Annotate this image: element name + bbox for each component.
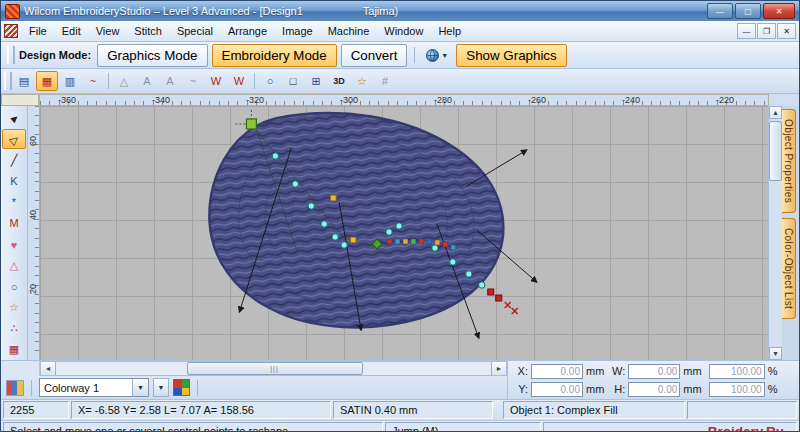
embroidery-object[interactable] xyxy=(209,113,503,327)
colorway-dropdown-icon[interactable]: ▼ xyxy=(132,379,148,396)
run-tool[interactable]: M xyxy=(2,213,26,233)
menu-special[interactable]: Special xyxy=(170,23,220,39)
canvas[interactable] xyxy=(40,106,768,360)
horizontal-scroll-track[interactable]: ||| xyxy=(56,362,491,375)
rect-digitize-icon[interactable]: □ xyxy=(282,71,304,91)
w-label: W: xyxy=(611,365,625,377)
star-effect-icon[interactable]: ☆ xyxy=(351,71,373,91)
x-label: X: xyxy=(514,365,528,377)
ruler-label: 40 xyxy=(28,206,38,224)
horizontal-scroll-thumb[interactable]: ||| xyxy=(187,362,363,375)
mdi-restore-button[interactable]: ❐ xyxy=(757,23,776,39)
show-graphics-button[interactable]: Show Graphics xyxy=(456,44,566,67)
transform-panel: X: mm W: mm % Y: mm H: mm % xyxy=(507,361,799,399)
ruler-corner xyxy=(1,94,39,106)
height-input[interactable] xyxy=(628,382,680,397)
window-title: Wilcom EmbroideryStudio – Level 3 Advanc… xyxy=(24,5,303,17)
mdi-close-button[interactable]: ✕ xyxy=(777,23,796,39)
percent-unit: % xyxy=(768,365,778,377)
ruler-label: -260 xyxy=(528,95,546,105)
tab-object-properties[interactable]: Object Properties xyxy=(782,109,796,213)
palette-icon[interactable] xyxy=(173,379,190,396)
scroll-right-button[interactable]: ► xyxy=(491,362,506,375)
graphics-mode-button[interactable]: Graphics Mode xyxy=(97,44,207,67)
status-gap xyxy=(495,401,501,419)
lettering-tool[interactable]: K xyxy=(2,171,26,191)
end-point-handles[interactable] xyxy=(488,289,502,301)
vertical-scrollbar[interactable]: ▲ ▼ xyxy=(768,106,782,360)
horizontal-scrollbar[interactable]: ◄ ||| ► xyxy=(40,361,507,376)
wand-tool[interactable]: * xyxy=(2,192,26,212)
menu-edit[interactable]: Edit xyxy=(55,23,88,39)
kerning-triangle-icon[interactable]: △ xyxy=(113,71,135,91)
vertical-ruler: 60 40 20 xyxy=(28,106,40,360)
design-canvas[interactable] xyxy=(40,106,768,360)
ellipse-tool[interactable]: ○ xyxy=(2,277,26,297)
minimize-button[interactable]: — xyxy=(707,3,733,19)
statusbar: 2255 X= -6.58 Y= 2.58 L= 7.07 A= 158.56 … xyxy=(1,399,799,420)
reshape-tool[interactable]: ▷ xyxy=(2,129,26,149)
select-tool[interactable]: ► xyxy=(2,108,26,128)
mm-unit: mm xyxy=(683,365,701,377)
pattern-alt-icon[interactable]: ▥ xyxy=(59,71,81,91)
3d-effect-icon[interactable]: 3D xyxy=(328,71,350,91)
mdi-minimize-button[interactable]: — xyxy=(737,23,756,39)
monogram-w2-icon[interactable]: W xyxy=(228,71,250,91)
menu-image[interactable]: Image xyxy=(275,23,320,39)
run-stitch-icon[interactable]: ~ xyxy=(82,71,104,91)
fill-pattern-icon[interactable]: ▦ xyxy=(36,71,58,91)
x-input[interactable] xyxy=(531,364,583,379)
colorway-table-icon[interactable] xyxy=(6,380,24,396)
menu-help[interactable]: Help xyxy=(431,23,468,39)
lettering-a-icon[interactable]: A xyxy=(136,71,158,91)
tool-palette: ► ▷ ╱ K * M ♥ △ ○ ☆ ∴ ▦ xyxy=(1,106,28,360)
ruler-label: -320 xyxy=(246,95,264,105)
tab-color-object-list[interactable]: Color-Object List xyxy=(782,218,796,319)
vertical-scroll-thumb[interactable] xyxy=(769,121,782,181)
start-handle[interactable] xyxy=(246,119,256,129)
window-title-suffix: Tajima) xyxy=(363,5,398,17)
hoop-globe-button[interactable]: ▼ xyxy=(422,46,452,65)
width-input[interactable] xyxy=(628,364,680,379)
menu-file[interactable]: File xyxy=(22,23,54,39)
maximize-button[interactable]: ▢ xyxy=(735,3,761,19)
nodes-tool[interactable]: ∴ xyxy=(2,319,26,339)
mm-unit: mm xyxy=(586,365,604,377)
percent-unit: % xyxy=(768,383,778,395)
y-input[interactable] xyxy=(531,382,583,397)
scale-y-input[interactable] xyxy=(709,382,765,397)
scroll-left-button[interactable]: ◄ xyxy=(41,362,56,375)
menu-view[interactable]: View xyxy=(89,23,127,39)
colorway-select[interactable]: Colorway 1 ▼ xyxy=(39,378,149,397)
menu-window[interactable]: Window xyxy=(377,23,430,39)
grid-icon[interactable]: ⊞ xyxy=(305,71,327,91)
convert-button[interactable]: Convert xyxy=(341,44,408,67)
menu-arrange[interactable]: Arrange xyxy=(221,23,274,39)
embroidery-mode-button[interactable]: Embroidery Mode xyxy=(212,44,337,67)
lettering-a2-icon[interactable]: A xyxy=(159,71,181,91)
star-tool[interactable]: ☆ xyxy=(2,298,26,318)
triangle-tool[interactable]: △ xyxy=(2,256,26,276)
ruler-label: -360 xyxy=(58,95,76,105)
separator xyxy=(254,73,255,89)
pointer-position: X= -6.58 Y= 2.58 L= 7.07 A= 158.56 xyxy=(71,401,331,419)
ruler-label: -280 xyxy=(434,95,452,105)
close-button[interactable]: ✕ xyxy=(763,3,795,19)
scroll-corner xyxy=(1,361,40,376)
menu-machine[interactable]: Machine xyxy=(321,23,377,39)
scroll-down-button[interactable]: ▼ xyxy=(769,347,782,360)
colorway-split-button[interactable]: ▼ xyxy=(153,378,169,397)
wave-baseline-icon[interactable]: ~ xyxy=(182,71,204,91)
menu-stitch[interactable]: Stitch xyxy=(127,23,169,39)
chevron-down-icon[interactable]: ▼ xyxy=(441,52,448,59)
scroll-up-button[interactable]: ▲ xyxy=(769,106,782,119)
ellipse-digitize-icon[interactable]: ○ xyxy=(259,71,281,91)
stitch-list-icon[interactable]: ▤ xyxy=(13,71,35,91)
freehand-tool[interactable]: ╱ xyxy=(2,150,26,170)
satin-tool[interactable]: ♥ xyxy=(2,234,26,254)
hatch-icon[interactable]: # xyxy=(374,71,396,91)
monogram-w-icon[interactable]: W xyxy=(205,71,227,91)
scale-x-input[interactable] xyxy=(709,364,765,379)
grid-tool[interactable]: ▦ xyxy=(2,340,26,360)
hint-filler: Broidery.Ru xyxy=(543,422,797,432)
